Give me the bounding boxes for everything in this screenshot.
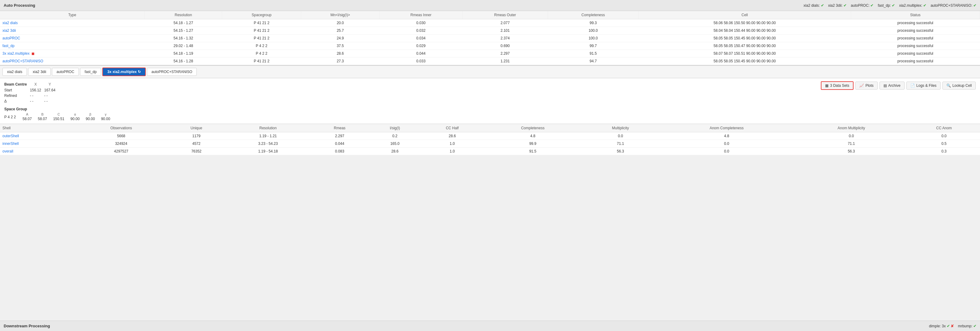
check-icon-4: ✔ — [923, 3, 926, 8]
logs-label: Logs & Files — [916, 83, 937, 88]
row-sg-4: P 4 2 2 — [222, 50, 301, 57]
stats-cc-anom-0: 0.0 — [908, 132, 980, 140]
row-cell-4: 58.07 58.07 150.51 90.00 90.00 90.00 — [638, 50, 851, 57]
stats-col-multiplicity: Multiplicity — [582, 124, 659, 132]
sg-header-c: C — [50, 113, 67, 116]
stats-cc-anom-1: 0.5 — [908, 140, 980, 148]
tab-staraniso[interactable]: autoPROC+STARANISO — [147, 68, 197, 76]
beam-refined-y: - - — [44, 93, 59, 99]
row-completeness-4: 91.5 — [548, 50, 638, 57]
row-link-4[interactable]: 3x xia2.multiplex — [2, 51, 30, 56]
row-type-0: xia2 dials — [0, 19, 145, 27]
sg-header-gamma: γ — [98, 113, 113, 116]
row-sg-0: P 41 21 2 — [222, 19, 301, 27]
row-link-2[interactable]: autoPROC — [2, 36, 20, 40]
status-autoproc: autoPROC: ✔ — [851, 3, 873, 8]
lookup-button[interactable]: 🔍 Lookup Cell — [942, 81, 976, 89]
tab-autoproc[interactable]: autoPROC — [52, 68, 79, 76]
stats-isig-0: 0.2 — [368, 132, 421, 140]
status-autoproc-staraniso: autoPROC+STARANISO: ✔ — [931, 3, 976, 8]
row-sg-1: P 41 21 2 — [222, 27, 301, 35]
beam-row-delta: Δ - - - - — [4, 99, 58, 104]
beam-delta-x: - - — [30, 99, 44, 104]
tab-xia2-dials[interactable]: xia2 dials — [2, 68, 27, 76]
stats-anom-comp-0: 4.8 — [659, 132, 795, 140]
col-completeness: Completeness — [548, 11, 638, 19]
row-status-5: processing successful — [851, 57, 980, 65]
row-res-4: 54.18 - 1.19 — [145, 50, 222, 57]
row-mn-2: 24.9 — [301, 35, 380, 42]
row-mn-1: 25.7 — [301, 27, 380, 35]
row-completeness-0: 99.3 — [548, 19, 638, 27]
main-table-body: xia2 dials 54.18 - 1.27P 41 21 220.00.03… — [0, 19, 980, 65]
stats-table: Shell Observations Unique Resolution Rme… — [0, 124, 980, 155]
auto-processing-table: Type Resolution Spacegroup Mn<I/sig(I)> … — [0, 11, 980, 65]
stats-header-row: Shell Observations Unique Resolution Rme… — [0, 124, 980, 132]
row-rmeas-outer-5: 1.231 — [463, 57, 548, 65]
row-link-1[interactable]: xia2 3dii — [2, 29, 16, 33]
stats-mult-2: 56.3 — [582, 148, 659, 155]
stats-col-completeness: Completeness — [483, 124, 582, 132]
row-link-3[interactable]: fast_dp — [2, 44, 14, 48]
row-status-1: processing successful — [851, 27, 980, 35]
space-group-table: A B C α β γ 58.07 58.07 — [19, 113, 113, 122]
content-area: Beam Centre X Y Start 156.12 167.64 Refi… — [0, 78, 980, 155]
stats-col-anom-completeness: Anom Completeness — [659, 124, 795, 132]
row-mn-3: 37.5 — [301, 42, 380, 50]
space-group-section: Space Group P 4 2 2 A B C α β γ — [4, 107, 113, 122]
status-xia2-multiplex: xia2.multiplex: ✔ — [899, 3, 926, 8]
row-res-1: 54.15 - 1.27 — [145, 27, 222, 35]
datasets-label: 3 Data Sets — [830, 83, 849, 88]
stats-completeness-0: 4.8 — [483, 132, 582, 140]
stats-shell-link-2[interactable]: overall — [2, 149, 13, 153]
page-title: Auto Processing — [4, 3, 35, 8]
row-res-0: 54.18 - 1.27 — [145, 19, 222, 27]
row-cell-5: 58.05 58.05 150.45 90.00 90.00 90.00 — [638, 57, 851, 65]
row-status-3: processing successful — [851, 42, 980, 50]
row-link-5[interactable]: autoPROC+STARANISO — [2, 59, 43, 63]
beam-start-x: 156.12 — [30, 88, 44, 93]
row-rmeas-outer-0: 2.077 — [463, 19, 548, 27]
row-rmeas-inner-3: 0.029 — [379, 42, 462, 50]
content-header: Beam Centre X Y Start 156.12 167.64 Refi… — [0, 78, 980, 124]
col-mn: Mn<I/sig(I)> — [301, 11, 380, 19]
row-type-4: 3x xia2.multiplex — [0, 50, 145, 57]
tab-multiplex[interactable]: 3x xia2.multiplex ↻ — [102, 68, 145, 76]
status-xia2-3dii: xia2 3dii: ✔ — [828, 3, 846, 8]
plots-button[interactable]: 📈 Plots — [855, 81, 878, 89]
stats-col-unique: Unique — [167, 124, 225, 132]
stats-shell-link-1[interactable]: innerShell — [2, 142, 19, 146]
beam-centre-label: Beam Centre — [4, 81, 30, 88]
stats-res-0: 1.19 - 1.21 — [225, 132, 311, 140]
check-icon-3: ✔ — [892, 3, 895, 8]
beam-centre-table: Beam Centre X Y Start 156.12 167.64 Refi… — [4, 81, 58, 104]
row-mn-0: 20.0 — [301, 19, 380, 27]
sg-val-alpha: 90.00 — [67, 116, 83, 122]
stats-unique-1: 4572 — [167, 140, 225, 148]
tab-fast-dp[interactable]: fast_dp — [80, 68, 101, 76]
logs-button[interactable]: 📄 Logs & Files — [906, 81, 940, 89]
table-row: 3x xia2.multiplex 54.18 - 1.19P 4 2 228.… — [0, 50, 980, 57]
tab-xia2-3dii[interactable]: xia2 3dii — [28, 68, 51, 76]
plots-label: Plots — [865, 83, 874, 88]
stats-mult-1: 71.1 — [582, 140, 659, 148]
space-group-label: Space Group — [4, 107, 27, 111]
row-sg-5: P 41 21 2 — [222, 57, 301, 65]
row-res-5: 54.16 - 1.28 — [145, 57, 222, 65]
archive-button[interactable]: ▤ Archive — [880, 81, 905, 89]
beam-col-x: X — [30, 81, 44, 88]
row-link-0[interactable]: xia2 dials — [2, 21, 18, 25]
stats-col-resolution: Resolution — [225, 124, 311, 132]
stats-anom-mult-0: 0.0 — [795, 132, 908, 140]
chart-icon: 📈 — [859, 83, 864, 88]
stats-col-anom-multiplicity: Anom Multiplicity — [795, 124, 908, 132]
row-rmeas-outer-3: 0.690 — [463, 42, 548, 50]
row-sg-3: P 4 2 2 — [222, 42, 301, 50]
stats-shell-link-0[interactable]: outerShell — [2, 134, 19, 138]
stats-unique-2: 76352 — [167, 148, 225, 155]
stats-unique-0: 1179 — [167, 132, 225, 140]
status-fast-dp: fast_dp: ✔ — [878, 3, 895, 8]
datasets-button[interactable]: ▦ 3 Data Sets — [821, 81, 854, 90]
row-type-3: fast_dp — [0, 42, 145, 50]
row-completeness-3: 99.7 — [548, 42, 638, 50]
